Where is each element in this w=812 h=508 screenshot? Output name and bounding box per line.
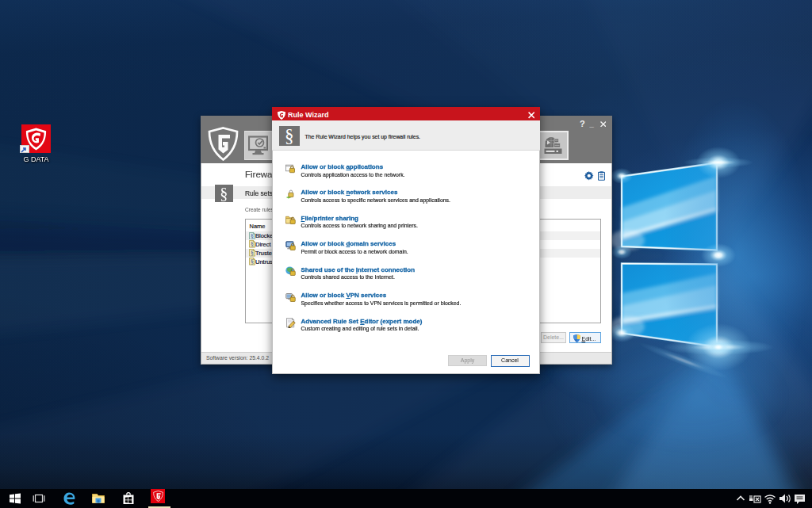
svg-text:§: § bbox=[251, 258, 254, 265]
svg-text:§: § bbox=[251, 232, 254, 239]
svg-text:§: § bbox=[251, 241, 254, 248]
svg-text:§: § bbox=[251, 250, 254, 257]
